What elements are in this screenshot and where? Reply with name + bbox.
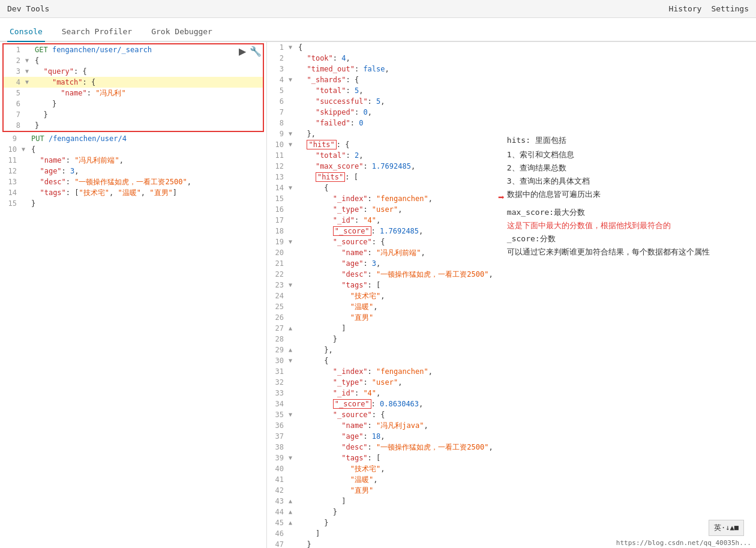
json-line-38: 38 "desc": "一顿操作猛如虎，一看工资2500", bbox=[267, 442, 504, 453]
json-line-3: 3 "timed_out": false, bbox=[267, 64, 504, 74]
top-bar: Dev Tools History Settings bbox=[0, 0, 756, 18]
json-line-14: 14 ▼ { bbox=[267, 182, 504, 193]
json-line-16: 16 "_type": "user", bbox=[267, 204, 504, 215]
json-line-27: 27 ▲ ] bbox=[267, 323, 504, 334]
json-line-11: 11 "total": 2, bbox=[267, 150, 504, 161]
json-line-40: 40 "技术宅", bbox=[267, 463, 504, 474]
json-line-21: 21 "age": 3, bbox=[267, 258, 504, 269]
json-line-1: 1 ▼ { bbox=[267, 42, 504, 53]
json-line-26: 26 "直男" bbox=[267, 312, 504, 323]
json-output[interactable]: 1 ▼ { 2 "took": 4, 3 "timed_out": false,… bbox=[267, 42, 504, 548]
code-line-8: 8 } bbox=[4, 120, 263, 131]
code-line-15: 15 } bbox=[0, 198, 266, 209]
json-line-44: 44 ▲ } bbox=[267, 507, 504, 517]
json-line-4: 4 ▼ "_shards": { bbox=[267, 74, 504, 85]
code-line-11: 11 "name": "冯凡利前端", bbox=[0, 155, 266, 166]
ime-bar: 英·↓▲■ bbox=[709, 520, 744, 536]
code-line-10: 10 ▼ { bbox=[0, 144, 266, 155]
code-line-13: 13 "desc": "一顿操作猛如虎，一看工资2500", bbox=[0, 176, 266, 187]
json-line-19: 19 ▼ "_source": { bbox=[267, 236, 504, 247]
json-line-31: 31 "_index": "fenganchen", bbox=[267, 366, 504, 377]
json-line-12: 12 "max_score": 1.7692485, bbox=[267, 161, 504, 172]
json-line-9: 9 ▼ }, bbox=[267, 128, 504, 139]
settings-link[interactable]: Settings bbox=[711, 4, 749, 13]
tab-grok-debugger[interactable]: Grok Debugger bbox=[149, 22, 215, 42]
run-button[interactable]: ▶ bbox=[239, 46, 246, 57]
arrow-icon: ➡ bbox=[498, 191, 505, 203]
json-line-8: 8 "failed": 0 bbox=[267, 118, 504, 128]
json-line-18: 18 "_score": 1.7692485, bbox=[267, 226, 504, 236]
annotation-content: hits: 里面包括 1、索引和文档信息 2、查询结果总数 3、查询出来的具体文… bbox=[507, 135, 710, 259]
json-line-41: 41 "温暖", bbox=[267, 474, 504, 485]
code-editor[interactable]: 1 GET fenganchen/user/_search 2 ▼ { 3 ▼ … bbox=[0, 43, 266, 209]
json-line-46: 46 ] bbox=[267, 528, 504, 539]
json-line-7: 7 "skipped": 0, bbox=[267, 107, 504, 118]
app-title: Dev Tools bbox=[7, 4, 49, 13]
code-line-2: 2 ▼ { bbox=[4, 55, 263, 66]
status-bar: https://blog.csdn.net/qq_40035h... bbox=[611, 538, 756, 548]
code-line-14: 14 "tags": ["技术宅", "温暖", "直男"] bbox=[0, 187, 266, 198]
code-line-1: 1 GET fenganchen/user/_search bbox=[4, 44, 263, 55]
json-line-17: 17 "_id": "4", bbox=[267, 215, 504, 226]
json-line-28: 28 } bbox=[267, 334, 504, 345]
code-line-4: 4 ▼ "match": { bbox=[4, 77, 263, 88]
json-line-15: 15 "_index": "fenganchen", bbox=[267, 193, 504, 204]
json-line-33: 33 "_id": "4", bbox=[267, 388, 504, 399]
json-line-24: 24 "技术宅", bbox=[267, 291, 504, 301]
tab-console[interactable]: Console bbox=[7, 22, 45, 42]
code-line-3: 3 ▼ "query": { bbox=[4, 66, 263, 77]
tab-bar: Console Search Profiler Grok Debugger bbox=[0, 18, 756, 42]
json-line-35: 35 ▼ "_source": { bbox=[267, 409, 504, 420]
annotation-notes: max_score:最大分数 这是下面中最大的分数值，根据他找到最符合的 _sc… bbox=[507, 206, 710, 259]
json-line-13: 13 "hits": [ bbox=[267, 172, 504, 182]
annotation-items: 1、索引和文档信息 2、查询结果总数 3、查询出来的具体文档 数据中的信息皆可遍… bbox=[507, 148, 710, 201]
json-line-23: 23 ▼ "tags": [ bbox=[267, 280, 504, 291]
json-line-32: 32 "_type": "user", bbox=[267, 377, 504, 388]
json-line-6: 6 "successful": 5, bbox=[267, 96, 504, 107]
ime-text: 英·↓▲■ bbox=[714, 523, 739, 533]
history-link[interactable]: History bbox=[669, 4, 702, 13]
json-line-45: 45 ▲ } bbox=[267, 517, 504, 528]
json-line-25: 25 "温暖", bbox=[267, 301, 504, 312]
json-line-34: 34 "_score": 0.8630463, bbox=[267, 399, 504, 409]
json-line-5: 5 "total": 5, bbox=[267, 85, 504, 96]
code-line-12: 12 "age": 3, bbox=[0, 166, 266, 176]
code-line-6: 6 } bbox=[4, 98, 263, 109]
json-line-22: 22 "desc": "一顿操作猛如虎，一看工资2500", bbox=[267, 269, 504, 280]
json-line-39: 39 ▼ "tags": [ bbox=[267, 453, 504, 463]
json-line-47: 47 } bbox=[267, 539, 504, 548]
annotation-arrow-row: ➡ hits: 里面包括 1、索引和文档信息 2、查询结果总数 3、查询出来的具… bbox=[498, 135, 710, 259]
json-line-29: 29 ▲ }, bbox=[267, 345, 504, 355]
get-block: 1 GET fenganchen/user/_search 2 ▼ { 3 ▼ … bbox=[2, 43, 264, 132]
annotation-title: hits: 里面包括 bbox=[507, 135, 710, 146]
main-content: ▶ 🔧 1 GET fenganchen/user/_search 2 ▼ { bbox=[0, 42, 756, 548]
json-line-20: 20 "name": "冯凡利前端", bbox=[267, 247, 504, 258]
status-url: https://blog.csdn.net/qq_40035h... bbox=[616, 539, 751, 547]
json-line-43: 43 ▲ ] bbox=[267, 496, 504, 507]
json-line-2: 2 "took": 4, bbox=[267, 53, 504, 64]
settings-button[interactable]: 🔧 bbox=[250, 46, 262, 57]
left-editor-panel: ▶ 🔧 1 GET fenganchen/user/_search 2 ▼ { bbox=[0, 42, 267, 548]
code-line-9: 9 PUT /fenganchen/user/4 bbox=[0, 133, 266, 144]
json-line-36: 36 "name": "冯凡利java", bbox=[267, 420, 504, 431]
tab-search-profiler[interactable]: Search Profiler bbox=[59, 22, 134, 42]
right-panel: 1 ▼ { 2 "took": 4, 3 "timed_out": false,… bbox=[267, 42, 756, 548]
editor-toolbar: ▶ 🔧 bbox=[239, 46, 262, 57]
top-nav: History Settings bbox=[669, 4, 749, 13]
json-line-30: 30 ▼ { bbox=[267, 355, 504, 366]
json-line-42: 42 "直男" bbox=[267, 485, 504, 496]
code-line-5: 5 "name": "冯凡利" bbox=[4, 88, 263, 98]
annotation-panel: ➡ hits: 里面包括 1、索引和文档信息 2、查询结果总数 3、查询出来的具… bbox=[504, 42, 756, 548]
json-line-10: 10 ▼ "hits": { bbox=[267, 139, 504, 150]
code-line-7: 7 } bbox=[4, 109, 263, 120]
json-line-37: 37 "age": 18, bbox=[267, 431, 504, 442]
